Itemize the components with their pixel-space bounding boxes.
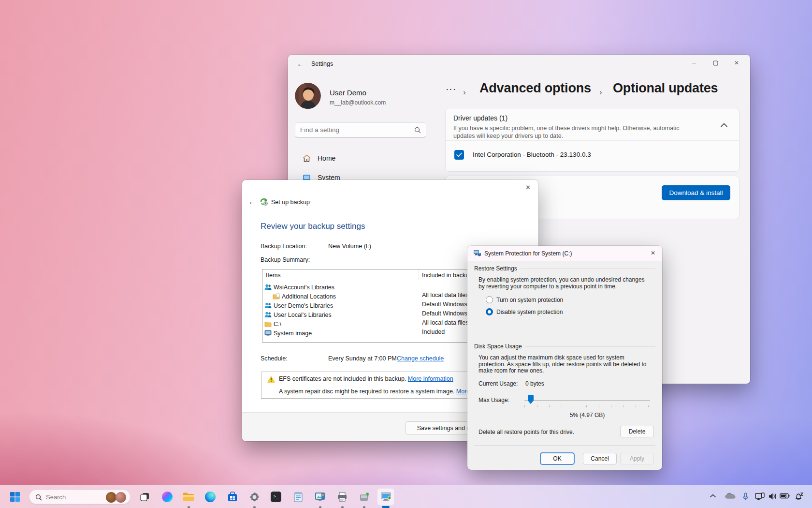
table-item-label: Additional Locations <box>282 293 336 300</box>
restore-settings-label: Restore Settings <box>474 265 517 272</box>
table-row[interactable]: User Demo's Libraries <box>264 301 333 310</box>
settings-search-box[interactable] <box>295 122 426 137</box>
table-row[interactable]: System image <box>264 329 312 338</box>
table-row[interactable]: User Local's Libraries <box>264 310 332 319</box>
change-schedule-link[interactable]: Change schedule <box>397 355 444 362</box>
delete-restore-points-text: Delete all restore points for this drive… <box>478 429 574 435</box>
media-app-icon <box>315 492 325 502</box>
radio-label: Disable system protection <box>496 309 563 315</box>
system-protection-dialog: System Protection for System (C:) ✕ Rest… <box>467 246 662 470</box>
radio-unselected-icon <box>486 296 493 303</box>
search-highlight-badge[interactable] <box>116 492 126 503</box>
printer-tool-button[interactable] <box>334 488 351 506</box>
microsoft-store-button[interactable] <box>224 488 241 506</box>
microphone-tray-button[interactable] <box>742 493 749 503</box>
table-row[interactable]: C:\ <box>264 319 281 329</box>
user-name: User Demo <box>330 89 366 97</box>
libraries-icon <box>264 284 272 290</box>
avatar-image <box>295 83 321 109</box>
system-properties-button[interactable] <box>377 488 394 506</box>
media-app-button[interactable] <box>311 488 329 506</box>
close-button[interactable]: ✕ <box>726 55 747 71</box>
taskbar: >_ <box>0 485 812 508</box>
search-icon <box>35 494 42 501</box>
backup-summary-label: Backup Summary: <box>261 256 310 263</box>
start-button[interactable] <box>6 488 24 506</box>
libraries-icon <box>264 302 272 309</box>
volume-tray-button[interactable] <box>768 493 777 502</box>
copilot-button[interactable] <box>159 488 176 506</box>
restore-settings-description: By enabling system protection, you can u… <box>478 277 649 290</box>
current-usage-value: 0 bytes <box>525 380 544 387</box>
breadcrumb-more-button[interactable]: ··· <box>446 84 456 94</box>
backup-location-label: Backup Location: <box>261 243 307 250</box>
avatar[interactable] <box>295 83 321 109</box>
dialog-title: System Protection for System (C:) <box>484 250 572 257</box>
file-explorer-button[interactable] <box>180 488 197 506</box>
bell-sleep-icon <box>795 493 803 501</box>
folder-add-icon <box>273 293 280 299</box>
terminal-button[interactable]: >_ <box>267 488 285 506</box>
radio-disable-protection[interactable]: Disable system protection <box>486 308 563 315</box>
warning-icon <box>267 376 275 383</box>
backup-heading: Review your backup settings <box>261 222 365 231</box>
checkmark-icon <box>456 152 462 157</box>
home-icon <box>303 154 311 162</box>
max-usage-slider-track[interactable] <box>524 400 650 401</box>
driver-update-checkbox[interactable] <box>454 150 464 160</box>
table-row[interactable]: WsiAccount's Libraries <box>264 283 334 292</box>
settings-search-input[interactable] <box>300 123 409 137</box>
dialog-titlebar: System Protection for System (C:) ✕ <box>467 246 662 261</box>
cast-tray-button[interactable] <box>755 493 765 503</box>
notepad-button[interactable] <box>290 488 307 506</box>
taskbar-search-box[interactable] <box>29 490 130 504</box>
taskbar-search-input[interactable] <box>46 490 104 504</box>
search-icon <box>414 127 421 134</box>
column-divider <box>419 269 419 281</box>
cancel-button[interactable]: Cancel <box>583 453 617 464</box>
search-highlight-badge[interactable] <box>106 492 116 503</box>
backup-app-icon <box>260 197 268 206</box>
close-icon[interactable]: ✕ <box>525 184 531 191</box>
disk-space-group: Disk Space Usage <box>474 343 655 350</box>
running-indicator <box>188 506 190 508</box>
battery-tray-button[interactable] <box>780 493 790 501</box>
edge-button[interactable] <box>202 488 219 506</box>
ok-button[interactable]: OK <box>540 453 574 464</box>
system-protection-icon <box>473 250 481 257</box>
driver-updates-title: Driver updates (1) <box>453 114 508 122</box>
close-icon[interactable]: ✕ <box>651 250 655 256</box>
settings-back-button[interactable]: ← <box>297 60 304 68</box>
onedrive-tray-button[interactable] <box>725 492 736 501</box>
table-row[interactable]: Additional Locations <box>273 292 336 301</box>
folder-icon <box>264 321 272 327</box>
maximize-button[interactable] <box>705 55 726 71</box>
backup-restore-button[interactable] <box>355 488 373 506</box>
system-image-icon <box>264 330 272 336</box>
terminal-icon: >_ <box>271 492 281 502</box>
sidebar-item-home[interactable]: Home <box>296 149 425 167</box>
table-item-label: User Local's Libraries <box>274 312 332 318</box>
chevron-up-icon[interactable] <box>721 123 727 127</box>
minimize-button[interactable]: ─ <box>683 55 705 71</box>
max-usage-label: Max Usage: <box>478 397 509 403</box>
radio-turn-on-protection[interactable]: Turn on system protection <box>486 296 563 303</box>
column-header-items[interactable]: Items <box>266 272 281 279</box>
max-usage-slider-thumb[interactable] <box>528 395 534 404</box>
apply-button[interactable]: Apply <box>620 453 654 464</box>
breadcrumb-advanced-options[interactable]: Advanced options <box>479 81 591 96</box>
notifications-bell-button[interactable] <box>795 493 803 503</box>
delete-button[interactable]: Delete <box>620 426 654 437</box>
running-indicator <box>253 506 256 508</box>
breadcrumb-chevron-icon: › <box>463 88 466 97</box>
more-information-link[interactable]: More information <box>408 375 453 382</box>
tray-expand-button[interactable] <box>710 493 716 501</box>
libraries-icon <box>264 312 272 318</box>
back-arrow-icon[interactable]: ← <box>248 197 256 206</box>
active-window-indicator <box>382 506 390 508</box>
download-install-button[interactable]: Download & install <box>662 185 730 200</box>
task-view-button[interactable] <box>136 488 154 506</box>
copilot-icon <box>162 492 173 502</box>
table-item-label: User Demo's Libraries <box>274 302 333 309</box>
settings-button[interactable] <box>246 488 263 506</box>
